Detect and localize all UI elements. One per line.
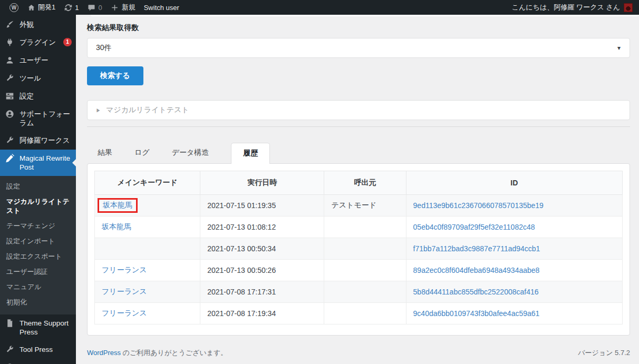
id-cell: 89a2ec0c8f604dfeba6948a4934aabe8 <box>406 260 622 281</box>
subitem-theme-change[interactable]: テーマチェンジ <box>0 218 76 233</box>
id-cell: 9c40da6bb0109743f3b0afee4ac59a61 <box>406 303 622 324</box>
sidebar-item-settings[interactable]: 設定 <box>0 87 76 105</box>
wrench-icon <box>5 73 15 83</box>
datetime-cell: 2021-07-13 00:50:26 <box>200 260 324 281</box>
history-table: メインキーワード 実行日時 呼出元 ID 坂本龍馬2021-07-15 01:1… <box>94 171 623 324</box>
table-row: 2021-07-13 00:50:34f71bb7a112bad3c9887e7… <box>95 238 623 260</box>
keyword-link[interactable]: フリーランス <box>102 309 147 317</box>
tab-history[interactable]: 履歴 <box>231 143 270 164</box>
id-link[interactable]: 05eb4c0f89709af29f5ef32e11082c48 <box>413 223 535 231</box>
switch-user-label: Switch user <box>144 4 179 12</box>
keyword-link[interactable]: フリーランス <box>102 287 147 296</box>
sidebar-item-users[interactable]: ユーザー <box>0 52 76 70</box>
subitem-settings[interactable]: 設定 <box>0 179 76 194</box>
history-table-body: 坂本龍馬2021-07-15 01:19:35テストモード9ed113e9b61… <box>95 195 623 324</box>
footer-version: バージョン 5.7.2 <box>578 348 630 358</box>
wordpress-logo-menu[interactable] <box>5 0 23 15</box>
table-row: 坂本龍馬2021-07-15 01:19:35テストモード9ed113e9b61… <box>95 195 623 217</box>
site-name-label: 開発1 <box>38 3 55 12</box>
brush-icon <box>5 19 15 29</box>
keyword-link[interactable]: 坂本龍馬 <box>103 201 132 209</box>
magical-rewrite-test-accordion[interactable]: マジカルリライトテスト <box>87 100 630 120</box>
id-link[interactable]: 9c40da6bb0109743f3b0afee4ac59a61 <box>413 309 540 318</box>
sidebar-item-plugins[interactable]: プラグイン 1 <box>0 34 76 52</box>
search-count-label: 検索結果取得数 <box>87 23 630 33</box>
footer-thanks: WordPress のご利用ありがとうございます。 <box>87 348 227 358</box>
admin-footer: WordPress のご利用ありがとうございます。 バージョン 5.7.2 <box>87 348 630 358</box>
sidebar-item-tool-press[interactable]: Tool Press <box>0 341 76 359</box>
sidebar-item-label: Tool Press <box>20 345 53 354</box>
wordpress-logo-icon <box>9 3 18 12</box>
pencil-icon <box>5 153 15 163</box>
sidebar-item-label: サポートフォーラム <box>20 110 73 127</box>
search-count-selected-value: 30件 <box>96 43 112 53</box>
subitem-settings-import[interactable]: 設定インポート <box>0 233 76 249</box>
tab-log[interactable]: ログ <box>134 143 150 163</box>
datetime-cell: 2021-07-15 01:19:35 <box>200 195 324 217</box>
wordpress-link[interactable]: WordPress <box>87 349 121 357</box>
table-row: フリーランス2021-07-08 17:19:349c40da6bb010974… <box>95 303 623 324</box>
magical-rewrite-post-submenu: 設定 マジカルリライトテスト テーマチェンジ 設定インポート 設定エクスポート … <box>0 176 76 314</box>
update-count: 1 <box>75 4 79 12</box>
account-menu[interactable]: こんにちは、阿修羅 ワークス さん <box>512 3 633 12</box>
sidebar-item-label: 阿修羅ワークス <box>20 136 70 145</box>
switch-user-menu[interactable]: Switch user <box>140 0 183 15</box>
updates-menu[interactable]: 1 <box>60 0 83 15</box>
document-icon <box>5 318 15 328</box>
id-cell: 9ed113e9b61c2367066078570135be19 <box>406 195 622 217</box>
header-id: ID <box>406 171 622 195</box>
plugin-update-badge: 1 <box>63 38 72 46</box>
sidebar-item-label: Theme Support Press <box>20 319 73 337</box>
subitem-settings-export[interactable]: 設定エクスポート <box>0 249 76 264</box>
site-name-menu[interactable]: 開発1 <box>23 0 60 15</box>
id-link[interactable]: 89a2ec0c8f604dfeba6948a4934aabe8 <box>413 266 540 274</box>
sidebar-item-support-forum[interactable]: サポートフォーラム <box>0 105 76 132</box>
keyword-cell <box>95 238 200 260</box>
id-link[interactable]: 5b8d44411abc855dfbc2522008caf416 <box>413 288 539 296</box>
caller-cell <box>324 281 406 303</box>
keyword-link[interactable]: フリーランス <box>102 265 147 274</box>
tab-data-structure[interactable]: データ構造 <box>172 143 209 163</box>
comments-menu[interactable]: 0 <box>83 0 106 15</box>
sidebar-item-label: 外観 <box>20 20 34 29</box>
home-icon <box>27 3 35 12</box>
user-avatar <box>624 3 633 12</box>
annotation-highlight-box: 坂本龍馬 <box>98 198 138 213</box>
keyword-link[interactable]: 坂本龍馬 <box>102 222 131 231</box>
settings-sliders-icon <box>5 91 15 101</box>
greeting-text: こんにちは、阿修羅 ワークス さん <box>512 3 620 12</box>
subitem-initialize[interactable]: 初期化 <box>0 294 76 310</box>
id-cell: 05eb4c0f89709af29f5ef32e11082c48 <box>406 217 622 238</box>
sidebar-item-magical-rewrite-post[interactable]: Magical Rewrite Post <box>0 150 76 176</box>
subitem-manual[interactable]: マニュアル <box>0 279 76 294</box>
chevron-down-icon <box>617 44 621 52</box>
header-main-keyword: メインキーワード <box>95 171 200 195</box>
result-tabs: 結果 ログ データ構造 履歴 <box>87 143 630 163</box>
person-circle-icon <box>5 109 15 119</box>
sidebar-item-label: ツール <box>20 74 41 83</box>
subitem-magical-rewrite-test[interactable]: マジカルリライトテスト <box>0 194 76 218</box>
sidebar-item-appearance[interactable]: 外観 <box>0 16 76 34</box>
new-content-menu[interactable]: 新規 <box>106 0 140 15</box>
datetime-cell: 2021-07-13 00:50:34 <box>200 238 324 260</box>
tab-results[interactable]: 結果 <box>98 143 112 163</box>
search-button[interactable]: 検索する <box>87 66 143 85</box>
comment-count: 0 <box>98 4 102 12</box>
sidebar-item-tools[interactable]: ツール <box>0 70 76 87</box>
accordion-title: マジカルリライトテスト <box>106 105 189 115</box>
caller-cell <box>324 217 406 238</box>
sidebar-item-label: 設定 <box>20 92 34 101</box>
sidebar-item-theme-support-press[interactable]: Theme Support Press <box>0 314 76 341</box>
id-link[interactable]: f71bb7a112bad3c9887e7711ad94ccb1 <box>413 244 540 253</box>
new-label: 新規 <box>122 3 135 12</box>
caller-cell: テストモード <box>324 195 406 217</box>
main-content: 検索結果取得数 30件 検索する マジカルリライトテスト 結果 ログ データ構造… <box>76 15 639 364</box>
id-link[interactable]: 9ed113e9b61c2367066078570135be19 <box>413 201 544 210</box>
datetime-cell: 2021-07-08 17:17:31 <box>200 281 324 303</box>
subitem-user-auth[interactable]: ユーザー認証 <box>0 264 76 279</box>
user-icon <box>5 55 15 65</box>
admin-sidebar-menu: コメント 外観 プラグイン 1 ユーザー <box>0 15 76 364</box>
collapse-menu-button[interactable]: メニューを閉じる <box>0 359 76 364</box>
sidebar-item-ashura-works[interactable]: 阿修羅ワークス <box>0 132 76 150</box>
search-count-select[interactable]: 30件 <box>87 38 630 58</box>
